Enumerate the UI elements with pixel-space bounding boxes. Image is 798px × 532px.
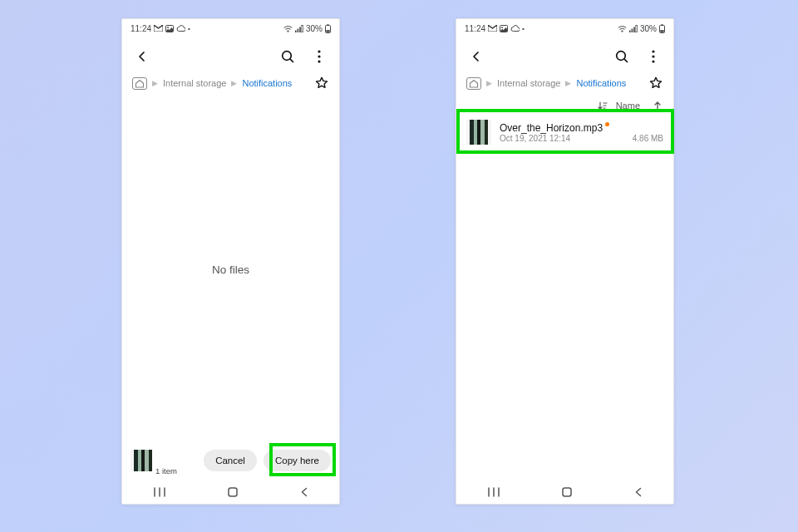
nav-home[interactable] <box>227 486 239 498</box>
svg-rect-3 <box>298 28 299 32</box>
svg-rect-18 <box>633 27 635 32</box>
svg-point-15 <box>501 27 503 28</box>
wifi-icon <box>618 25 627 32</box>
cloud-icon <box>176 25 185 32</box>
chevron-right-icon: ▶ <box>152 79 158 87</box>
svg-point-11 <box>318 55 320 57</box>
svg-point-26 <box>652 60 654 62</box>
favorite-button[interactable] <box>648 76 663 91</box>
breadcrumb: ▶ Internal storage ▶ Notifications <box>122 76 339 97</box>
clipboard-thumbnail <box>131 450 152 471</box>
sort-icon[interactable] <box>598 101 608 111</box>
file-date: Oct 19, 2021 12:14 <box>500 134 570 143</box>
svg-rect-22 <box>660 30 663 32</box>
image-icon <box>500 25 508 32</box>
battery-icon <box>325 24 331 33</box>
crumb-internal[interactable]: Internal storage <box>497 78 560 88</box>
chevron-right-icon: ▶ <box>565 79 571 87</box>
chevron-right-icon: ▶ <box>486 79 492 87</box>
new-indicator-icon <box>605 122 609 126</box>
gmail-icon <box>488 25 497 32</box>
file-row[interactable]: Over_the_Horizon.mp3 Oct 19, 2021 12:14 … <box>456 116 673 149</box>
copy-bar: 1 item Cancel Copy here <box>122 441 339 480</box>
file-thumbnail <box>466 120 491 145</box>
svg-point-24 <box>652 50 654 52</box>
file-size: 4.86 MB <box>633 134 663 143</box>
back-button[interactable] <box>134 48 150 65</box>
svg-rect-4 <box>299 27 301 32</box>
svg-point-1 <box>167 27 169 28</box>
cancel-button[interactable]: Cancel <box>204 450 257 471</box>
status-battery: 30% <box>306 24 323 33</box>
crumb-internal[interactable]: Internal storage <box>163 78 226 88</box>
gmail-icon <box>154 25 163 32</box>
copy-here-button[interactable]: Copy here <box>264 450 331 471</box>
signal-icon <box>295 25 303 32</box>
svg-rect-16 <box>629 30 631 32</box>
status-time: 11:24 <box>131 24 151 33</box>
crumb-current[interactable]: Notifications <box>576 78 626 88</box>
status-bar: 11:24 • 30% <box>122 19 339 37</box>
status-time: 11:24 <box>465 24 485 33</box>
back-button[interactable] <box>468 48 485 65</box>
svg-point-25 <box>652 55 654 57</box>
svg-rect-5 <box>302 25 303 32</box>
search-button[interactable] <box>613 48 630 65</box>
nav-home[interactable] <box>561 486 573 498</box>
svg-rect-13 <box>229 488 237 496</box>
battery-icon <box>659 24 665 33</box>
svg-rect-7 <box>327 24 328 25</box>
crumb-current[interactable]: Notifications <box>242 78 292 88</box>
file-name: Over_the_Horizon.mp3 <box>500 122 603 134</box>
home-icon[interactable] <box>132 77 147 90</box>
file-list: Over_the_Horizon.mp3 Oct 19, 2021 12:14 … <box>456 116 673 480</box>
svg-rect-21 <box>661 24 663 25</box>
nav-recents[interactable] <box>487 486 500 498</box>
wifi-icon <box>283 25 293 32</box>
home-icon[interactable] <box>466 77 481 90</box>
file-list: No files <box>122 97 339 441</box>
chevron-right-icon: ▶ <box>231 79 237 87</box>
svg-rect-19 <box>636 25 638 32</box>
overflow-menu[interactable] <box>645 48 662 65</box>
nav-back[interactable] <box>299 486 309 498</box>
search-button[interactable] <box>279 48 296 65</box>
svg-point-10 <box>318 50 320 52</box>
image-icon <box>165 25 174 32</box>
nav-recents[interactable] <box>153 486 166 498</box>
phone-right: 11:24 • 30% <box>456 18 674 505</box>
empty-state: No files <box>122 264 339 276</box>
overflow-menu[interactable] <box>311 48 328 65</box>
app-bar <box>122 37 339 76</box>
cloud-icon <box>510 25 520 32</box>
signal-icon <box>629 25 638 32</box>
sort-label[interactable]: Name <box>616 101 640 111</box>
favorite-button[interactable] <box>314 76 329 91</box>
sort-row: Name <box>456 97 673 116</box>
status-bar: 11:24 • 30% <box>456 19 673 37</box>
nav-back[interactable] <box>633 486 643 498</box>
svg-rect-17 <box>632 28 633 32</box>
app-bar <box>456 37 673 76</box>
status-more-dot: • <box>188 25 190 32</box>
status-more-dot: • <box>522 25 525 32</box>
status-battery: 30% <box>640 24 657 33</box>
svg-point-12 <box>318 60 320 62</box>
breadcrumb: ▶ Internal storage ▶ Notifications <box>456 76 673 97</box>
nav-bar <box>456 480 673 504</box>
clipboard-count: 1 item <box>155 466 177 475</box>
nav-bar <box>122 480 339 504</box>
svg-rect-2 <box>295 30 297 32</box>
phone-left: 11:24 • 30% <box>121 18 340 505</box>
svg-rect-8 <box>326 30 329 32</box>
sort-direction-icon[interactable] <box>653 101 662 111</box>
svg-rect-27 <box>563 488 571 496</box>
